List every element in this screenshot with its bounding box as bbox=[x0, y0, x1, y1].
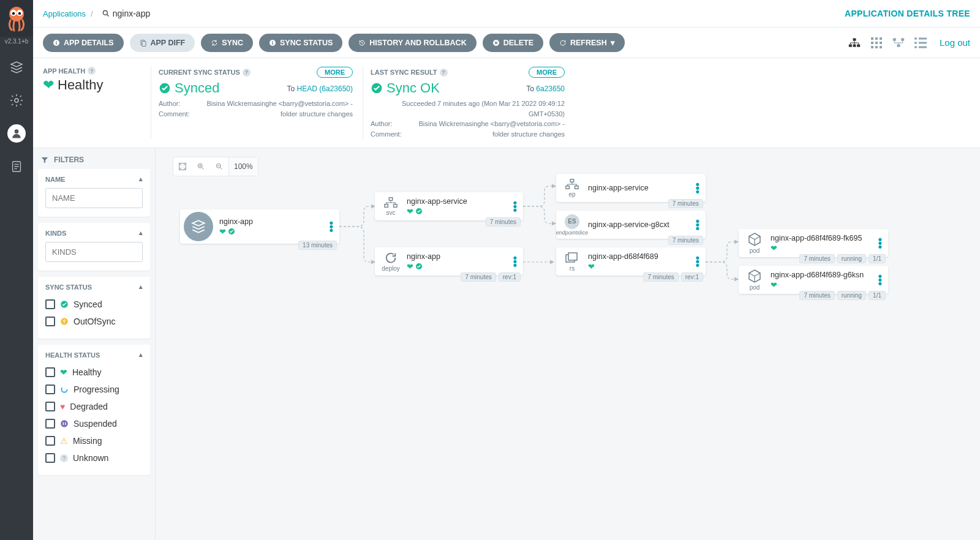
zoom-fit-button[interactable] bbox=[173, 157, 192, 176]
node-menu-button[interactable]: ••• bbox=[512, 256, 518, 267]
filter-health-toggle[interactable]: HEALTH STATUS▴ bbox=[45, 351, 143, 359]
node-menu-button[interactable]: ••• bbox=[877, 274, 883, 285]
chevron-up-icon: ▴ bbox=[139, 175, 143, 183]
node-pod-2[interactable]: pod nginx-app-d68f4f689-g6ksn❤ ••• 7 min… bbox=[739, 266, 888, 294]
svg-rect-11 bbox=[142, 41, 146, 46]
zoom-in-button[interactable] bbox=[192, 157, 210, 176]
view-list-button[interactable] bbox=[913, 36, 929, 50]
breadcrumb-search[interactable]: nginx-app bbox=[102, 9, 151, 18]
filter-name-input[interactable] bbox=[45, 188, 143, 208]
rev-link[interactable]: HEAD (6a23650) bbox=[297, 84, 353, 93]
delete-button[interactable]: DELETE bbox=[483, 34, 543, 52]
arrow-circle-icon bbox=[60, 317, 69, 326]
logout-link[interactable]: Log out bbox=[940, 37, 970, 48]
resource-tree[interactable]: 100% nginx-app ❤ ••• 13 minutes bbox=[156, 148, 980, 540]
svg-rect-45 bbox=[570, 179, 574, 182]
svg-rect-16 bbox=[853, 44, 856, 47]
view-tree-button[interactable] bbox=[846, 36, 862, 50]
page-title: APPLICATION DETAILS TREE bbox=[845, 9, 970, 18]
heart-icon: ❤ bbox=[60, 367, 67, 377]
diff-icon bbox=[140, 39, 147, 47]
node-menu-button[interactable]: ••• bbox=[695, 256, 701, 267]
info-icon[interactable]: ? bbox=[440, 69, 448, 77]
node-pod-1[interactable]: pod nginx-app-d68f4f689-fk695❤ ••• 7 min… bbox=[739, 229, 888, 257]
more-button[interactable]: MORE bbox=[529, 67, 565, 78]
app-details-button[interactable]: APP DETAILS bbox=[43, 34, 124, 52]
node-menu-button[interactable]: ••• bbox=[512, 201, 518, 212]
history-icon bbox=[358, 39, 366, 47]
pod-icon bbox=[747, 232, 762, 247]
refresh-icon bbox=[559, 39, 567, 47]
info-icon[interactable]: ? bbox=[243, 69, 251, 77]
argo-octopus-icon bbox=[6, 5, 28, 32]
refresh-button[interactable]: REFRESH ▾ bbox=[549, 33, 625, 52]
left-nav: v2.3.1+b bbox=[0, 0, 33, 540]
svg-point-3 bbox=[12, 12, 15, 15]
filter-sync-synced[interactable]: Synced bbox=[45, 296, 143, 313]
check-circle-icon bbox=[371, 82, 383, 94]
filter-kinds-card: KINDS▴ bbox=[38, 223, 150, 271]
check-circle-icon bbox=[60, 300, 69, 309]
node-menu-button[interactable]: ••• bbox=[695, 219, 701, 230]
node-menu-button[interactable]: ••• bbox=[877, 238, 883, 249]
zoom-value: 100% bbox=[228, 157, 258, 176]
node-rs[interactable]: rs nginx-app-d68f4f689❤ ••• 7 minutesrev… bbox=[556, 247, 706, 276]
view-grid-button[interactable] bbox=[869, 36, 884, 50]
filter-health-unknown[interactable]: ?Unknown bbox=[45, 449, 143, 467]
svg-point-6 bbox=[15, 129, 19, 133]
nav-user-icon[interactable] bbox=[0, 117, 33, 150]
info-icon bbox=[53, 39, 60, 47]
filter-name-toggle[interactable]: NAME▴ bbox=[45, 175, 143, 183]
filter-health-suspended[interactable]: Suspended bbox=[45, 415, 143, 432]
nav-settings-icon[interactable] bbox=[0, 84, 33, 117]
version-label: v2.3.1+b bbox=[5, 38, 29, 45]
breadcrumb-sep: / bbox=[91, 9, 93, 18]
filter-sync-outofsync[interactable]: OutOfSync bbox=[45, 313, 143, 330]
sync-button[interactable]: SYNC bbox=[201, 34, 253, 52]
filter-kinds-toggle[interactable]: KINDS▴ bbox=[45, 229, 143, 237]
node-svc[interactable]: svc nginx-app-service❤ ••• 7 minutes bbox=[375, 192, 523, 220]
rev-link[interactable]: 6a23650 bbox=[536, 84, 565, 93]
last-sync-tile: LAST SYNC RESULT? MORE Sync OK To 6a2365… bbox=[363, 67, 565, 139]
svg-rect-28 bbox=[901, 38, 904, 40]
delete-icon bbox=[492, 39, 500, 47]
node-menu-button[interactable]: ••• bbox=[695, 182, 701, 193]
history-button[interactable]: HISTORY AND ROLLBACK bbox=[349, 34, 476, 52]
check-circle-icon bbox=[228, 228, 235, 235]
node-menu-button[interactable]: ••• bbox=[328, 221, 334, 232]
caret-down-icon: ▾ bbox=[611, 38, 615, 47]
node-endpointslice[interactable]: ESendpointslice nginx-app-service-g8cxt … bbox=[556, 211, 706, 239]
heart-icon: ❤ bbox=[771, 244, 777, 253]
node-ep[interactable]: ep nginx-app-service ••• 7 minutes bbox=[556, 174, 706, 202]
filter-health-healthy[interactable]: ❤Healthy bbox=[45, 364, 143, 381]
heart-icon: ❤ bbox=[407, 262, 413, 271]
filter-sync-toggle[interactable]: SYNC STATUS▴ bbox=[45, 283, 143, 291]
info-icon[interactable]: ? bbox=[88, 67, 96, 75]
zoom-out-button[interactable] bbox=[210, 157, 228, 176]
breadcrumb-root[interactable]: Applications bbox=[43, 9, 86, 18]
sync-status-button[interactable]: SYNC STATUS bbox=[259, 34, 342, 52]
filter-health-degraded[interactable]: ♥Degraded bbox=[45, 398, 143, 415]
app-diff-button[interactable]: APP DIFF bbox=[130, 34, 195, 52]
filter-health-progressing[interactable]: Progressing bbox=[45, 381, 143, 398]
filter-kinds-input[interactable] bbox=[45, 242, 143, 262]
filter-health-missing[interactable]: ⚠Missing bbox=[45, 432, 143, 449]
info-icon bbox=[269, 39, 276, 47]
node-root[interactable]: nginx-app ❤ ••• 13 minutes bbox=[180, 209, 339, 244]
svg-point-35 bbox=[61, 420, 68, 427]
nav-docs-icon[interactable] bbox=[0, 150, 33, 183]
svg-rect-29 bbox=[897, 44, 900, 47]
svg-point-4 bbox=[18, 12, 21, 15]
filter-name-card: NAME▴ bbox=[38, 169, 150, 217]
chevron-up-icon: ▴ bbox=[139, 229, 143, 237]
more-button[interactable]: MORE bbox=[317, 67, 353, 78]
heart-icon: ❤ bbox=[407, 207, 413, 216]
sync-icon bbox=[211, 39, 218, 47]
svg-rect-49 bbox=[568, 253, 577, 260]
svg-rect-24 bbox=[871, 46, 873, 48]
endpoints-icon bbox=[565, 178, 579, 190]
nav-apps-icon[interactable] bbox=[0, 51, 33, 84]
svg-rect-46 bbox=[566, 186, 570, 189]
view-network-button[interactable] bbox=[891, 36, 907, 50]
node-deploy[interactable]: deploy nginx-app❤ ••• 7 minutesrev:1 bbox=[375, 247, 523, 276]
